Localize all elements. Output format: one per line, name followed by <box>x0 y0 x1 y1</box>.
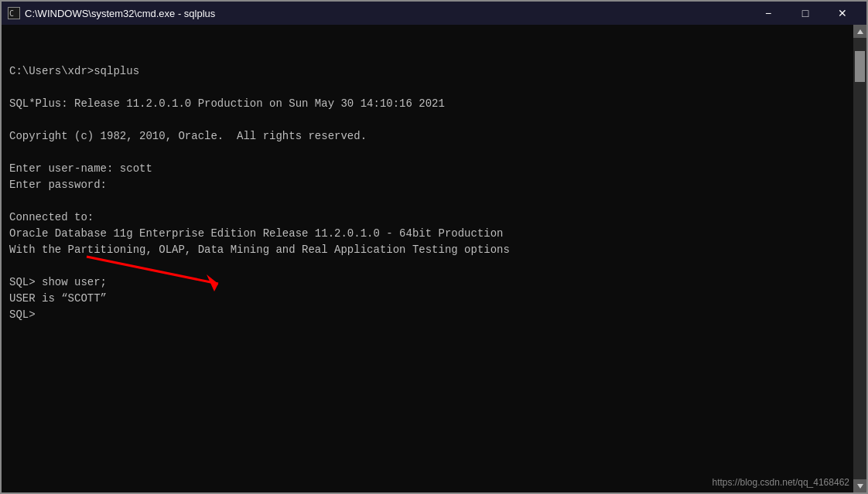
title-bar-left: C C:\WINDOWS\system32\cmd.exe - sqlplus <box>8 7 215 19</box>
svg-text:C: C <box>9 9 14 18</box>
close-button[interactable]: ✕ <box>825 3 860 23</box>
watermark: https://blog.csdn.net/qq_4168462 <box>713 477 849 488</box>
console-line-password: Enter password: <box>9 179 107 191</box>
scrollbar-thumb[interactable] <box>855 51 865 82</box>
console-line-version: SQL*Plus: Release 11.2.0.1.0 Production … <box>9 97 445 110</box>
svg-marker-2 <box>857 29 863 34</box>
maximize-button[interactable]: □ <box>788 3 823 23</box>
cmd-window: C C:\WINDOWS\system32\cmd.exe - sqlplus … <box>0 0 868 494</box>
console-line-copyright: Copyright (c) 1982, 2010, Oracle. All ri… <box>9 130 367 142</box>
console-line-show-user-cmd: SQL> show user; <box>9 276 107 288</box>
console-line-username: Enter user-name: scott <box>9 162 152 175</box>
console-area[interactable]: C:\Users\xdr>sqlplus SQL*Plus: Release 1… <box>2 25 866 492</box>
window-title: C:\WINDOWS\system32\cmd.exe - sqlplus <box>25 8 215 19</box>
scroll-down-arrow[interactable] <box>853 479 866 492</box>
console-line-blank4 <box>9 146 15 158</box>
scroll-up-arrow[interactable] <box>853 25 866 38</box>
console-line-connected: Connected to: <box>9 211 94 223</box>
console-line-oracle1: Oracle Database 11g Enterprise Edition R… <box>9 227 504 240</box>
svg-marker-3 <box>857 484 863 489</box>
console-line-blank2 <box>9 81 15 94</box>
title-bar: C C:\WINDOWS\system32\cmd.exe - sqlplus … <box>2 2 866 25</box>
window-controls: − □ ✕ <box>750 3 860 23</box>
console-line-blank3 <box>9 114 15 126</box>
console-line-sql-prompt: SQL> <box>9 308 36 321</box>
console-line-oracle2: With the Partitioning, OLAP, Data Mining… <box>9 244 510 256</box>
console-output[interactable]: C:\Users\xdr>sqlplus SQL*Plus: Release 1… <box>2 25 853 492</box>
cmd-icon: C <box>8 7 20 19</box>
minimize-button[interactable]: − <box>750 3 786 23</box>
scrollbar[interactable] <box>853 25 866 492</box>
console-line-prompt: C:\Users\xdr>sqlplus <box>9 65 139 77</box>
console-line-blank6 <box>9 260 15 272</box>
console-line-user-result: USER is “SCOTT” <box>9 292 107 305</box>
console-line-blank5 <box>9 195 15 207</box>
console-line-blank1 <box>9 49 15 61</box>
